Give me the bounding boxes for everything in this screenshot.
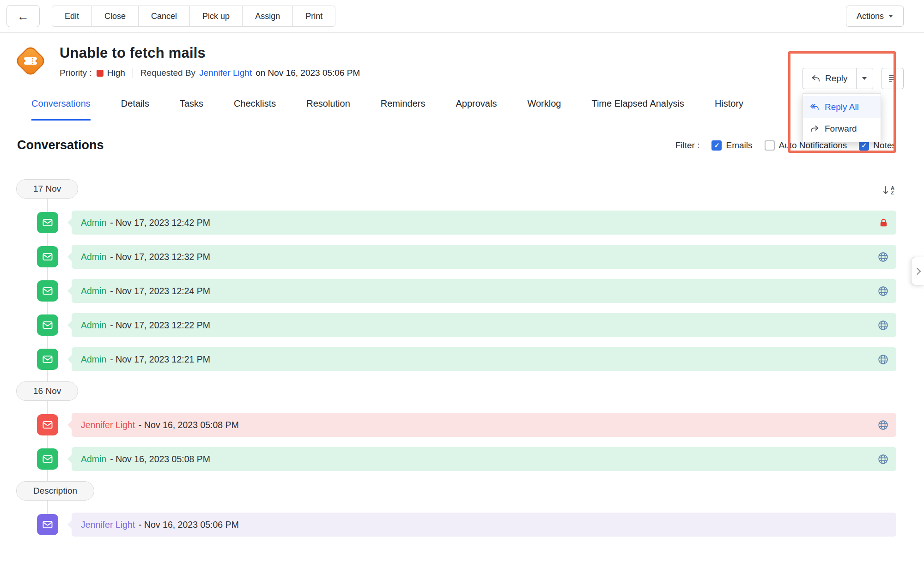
checkbox-icon[interactable] (711, 140, 722, 151)
conversation-row[interactable]: Admin- Nov 16, 2023 05:08 PM (37, 447, 896, 471)
divider (133, 68, 133, 78)
requested-by-label: Requested By (140, 67, 195, 79)
conversations-heading: Conversations (17, 138, 104, 152)
requester-link[interactable]: Jennifer Light (199, 67, 252, 79)
toolbar-button-assign[interactable]: Assign (243, 6, 293, 27)
reply-dropdown-toggle[interactable] (857, 68, 873, 89)
toolbar-button-close[interactable]: Close (92, 6, 139, 27)
globe-icon (877, 419, 889, 431)
conversation-timestamp: - Nov 17, 2023 12:32 PM (110, 252, 210, 262)
reply-icon (811, 74, 821, 83)
checkbox-icon[interactable] (765, 140, 775, 151)
envelope-icon (37, 414, 58, 435)
conversation-row[interactable]: Admin- Nov 17, 2023 12:24 PM (37, 279, 896, 303)
tab-tasks[interactable]: Tasks (180, 98, 203, 121)
date-pill-17-nov: 17 Nov (16, 179, 78, 199)
conversation-item[interactable]: Admin- Nov 17, 2023 12:24 PM (72, 279, 896, 303)
reply-split-button: Reply (802, 68, 873, 89)
sort-arrow-icon (882, 186, 889, 195)
globe-icon (877, 320, 889, 331)
conversation-timestamp: - Nov 17, 2023 12:42 PM (110, 218, 210, 228)
sort-az-icon: A Z (891, 186, 894, 195)
conversation-timestamp: - Nov 17, 2023 12:21 PM (110, 354, 210, 365)
envelope-icon (37, 280, 58, 302)
chevron-down-icon (888, 15, 893, 18)
ticket-icon (15, 46, 46, 76)
template-lines-icon (888, 73, 898, 84)
date-pill-description: Description (16, 481, 94, 501)
menu-item-reply-all[interactable]: Reply All (803, 96, 881, 118)
envelope-icon (37, 349, 58, 370)
globe-icon (877, 354, 889, 365)
toolbar-button-edit[interactable]: Edit (52, 6, 92, 27)
conversation-item[interactable]: Admin- Nov 17, 2023 12:42 PM (72, 211, 896, 235)
back-button[interactable]: ← (6, 5, 40, 27)
filter-label: Filter : (675, 140, 700, 151)
envelope-icon (37, 514, 58, 535)
canned-response-button[interactable] (881, 68, 904, 89)
page-title: Unable to fetch mails (60, 44, 360, 62)
conversation-timestamp: - Nov 16, 2023 05:06 PM (139, 520, 239, 530)
envelope-icon (37, 314, 58, 336)
ticket-header-text: Unable to fetch mails Priority : High Re… (60, 44, 360, 79)
tab-reminders[interactable]: Reminders (381, 98, 426, 121)
tab-resolution[interactable]: Resolution (306, 98, 350, 121)
conversation-row[interactable]: Admin- Nov 17, 2023 12:21 PM (37, 347, 896, 371)
sort-button[interactable]: A Z (882, 186, 894, 195)
date-pill-16-nov: 16 Nov (16, 381, 78, 401)
conversation-item[interactable]: Admin- Nov 16, 2023 05:08 PM (72, 447, 896, 471)
menu-item-label: Forward (825, 124, 857, 134)
ticket-glyph-icon (24, 56, 37, 66)
conversation-timeline: A Z 17 NovAdmin- Nov 17, 2023 12:42 PMAd… (0, 179, 924, 537)
reply-dropdown-menu: Reply All Forward (802, 93, 881, 142)
conversations-header: Conversations Filter : EmailsAuto Notifi… (17, 138, 896, 152)
priority-color-icon (97, 70, 103, 77)
conversation-row[interactable]: Admin- Nov 17, 2023 12:32 PM (37, 245, 896, 269)
ticket-header: Unable to fetch mails Priority : High Re… (0, 33, 924, 79)
expand-panel-button[interactable] (911, 257, 924, 285)
ticket-badge (14, 45, 47, 78)
conversation-row[interactable]: Admin- Nov 17, 2023 12:22 PM (37, 313, 896, 337)
globe-icon (877, 251, 889, 263)
tab-approvals[interactable]: Approvals (456, 98, 497, 121)
toolbar-button-cancel[interactable]: Cancel (139, 6, 190, 27)
tab-conversations[interactable]: Conversations (31, 98, 91, 121)
conversation-item[interactable]: Admin- Nov 17, 2023 12:22 PM (72, 313, 896, 337)
reply-all-icon (810, 103, 819, 112)
conversation-row[interactable]: Jennifer Light- Nov 16, 2023 05:08 PM (37, 413, 896, 437)
actions-button[interactable]: Actions (846, 6, 904, 27)
toolbar-button-print[interactable]: Print (293, 6, 335, 27)
conversation-row[interactable]: Jennifer Light- Nov 16, 2023 05:06 PM (37, 513, 896, 537)
conversation-author: Admin (81, 286, 106, 296)
reply-button[interactable]: Reply (802, 68, 857, 89)
filter-emails[interactable]: Emails (711, 140, 752, 151)
chevron-right-icon (913, 267, 921, 275)
envelope-icon (37, 448, 58, 470)
conversation-timestamp: - Nov 16, 2023 05:08 PM (110, 454, 210, 465)
menu-item-forward[interactable]: Forward (803, 118, 881, 139)
filter-item-label: Emails (726, 140, 752, 151)
tab-worklog[interactable]: Worklog (527, 98, 561, 121)
globe-icon (877, 285, 889, 297)
tab-checklists[interactable]: Checklists (234, 98, 276, 121)
tab-bar: ConversationsDetailsTasksChecklistsResol… (0, 98, 924, 121)
conversation-author: Admin (81, 252, 106, 262)
conversation-item[interactable]: Jennifer Light- Nov 16, 2023 05:08 PM (72, 413, 896, 437)
tab-history[interactable]: History (715, 98, 743, 121)
envelope-icon (37, 246, 58, 267)
toolbar-button-pick-up[interactable]: Pick up (190, 6, 243, 27)
tab-time-elapsed-analysis[interactable]: Time Elapsed Analysis (591, 98, 684, 121)
conversation-author: Admin (81, 354, 106, 365)
back-arrow-icon: ← (17, 9, 29, 24)
conversation-item[interactable]: Admin- Nov 17, 2023 12:32 PM (72, 245, 896, 269)
conversation-item[interactable]: Jennifer Light- Nov 16, 2023 05:06 PM (72, 513, 896, 537)
reply-label: Reply (825, 73, 848, 84)
globe-icon (877, 453, 889, 465)
conversation-item[interactable]: Admin- Nov 17, 2023 12:21 PM (72, 347, 896, 371)
requested-on-timestamp: on Nov 16, 2023 05:06 PM (255, 67, 360, 79)
conversation-author: Admin (81, 218, 106, 228)
tab-details[interactable]: Details (121, 98, 149, 121)
toolbar-button-group: EditCloseCancelPick upAssignPrint (52, 6, 335, 27)
conversation-row[interactable]: Admin- Nov 17, 2023 12:42 PM (37, 211, 896, 235)
conversation-author: Admin (81, 454, 106, 465)
